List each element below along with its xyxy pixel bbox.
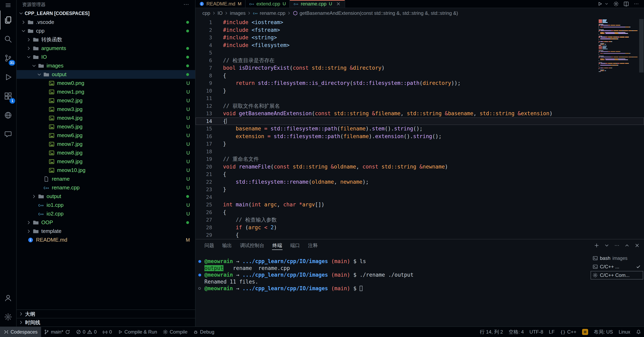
ports-indicator[interactable]: 0 bbox=[100, 327, 115, 337]
tree-file-rename.cpp[interactable]: C++rename.cppU bbox=[16, 183, 195, 192]
tree-file-meow2.jpg[interactable]: meow2.jpgU bbox=[16, 96, 195, 105]
panel-tab-端口[interactable]: 端口 bbox=[286, 239, 304, 251]
code-line[interactable]: 22 std::filesystem::rename(oldname, newn… bbox=[196, 178, 644, 186]
encoding[interactable]: UTF-8 bbox=[526, 327, 546, 337]
code-line[interactable]: 24 bbox=[196, 193, 644, 201]
tree-file-readme.md[interactable]: README.mdM bbox=[16, 235, 195, 244]
code-line[interactable]: 15 basename = std::filesystem::path(file… bbox=[196, 125, 644, 133]
workspace-section-header[interactable]: CPP_LEARN [CODESPACES] bbox=[16, 9, 195, 18]
timeline-section[interactable]: 时间线 bbox=[16, 318, 195, 326]
panel-tab-调试控制台[interactable]: 调试控制台 bbox=[236, 239, 268, 251]
tree-file-io2.cpp[interactable]: C++io2.cppU bbox=[16, 209, 195, 218]
tree-file-meow4.jpg[interactable]: meow4.jpgU bbox=[16, 114, 195, 122]
command-decoration[interactable] bbox=[198, 287, 201, 290]
terminal[interactable]: @meowrain → .../cpp_learn/cpp/IO/images … bbox=[196, 258, 590, 326]
activity-item-menu[interactable] bbox=[0, 0, 16, 11]
code-line[interactable]: 5 bbox=[196, 49, 644, 57]
activity-item-comments[interactable] bbox=[0, 125, 16, 144]
maximize-panel-icon[interactable] bbox=[624, 243, 630, 248]
eol[interactable]: LF bbox=[546, 327, 558, 337]
code-line[interactable]: 6// 检查目录是否存在 bbox=[196, 57, 644, 64]
tree-folder-output[interactable]: output bbox=[16, 70, 195, 79]
code-line[interactable]: 28 if (argc < 2) bbox=[196, 224, 644, 231]
os-indicator[interactable]: Linux bbox=[616, 327, 633, 337]
code-editor[interactable]: 1#include <iostream>2#include <fstream>3… bbox=[196, 18, 644, 239]
tree-folder-转换函数[interactable]: 转换函数 bbox=[16, 35, 195, 44]
split-editor-icon[interactable] bbox=[623, 1, 629, 7]
sidebar-more-icon[interactable] bbox=[183, 1, 190, 8]
tree-file-meow1.png[interactable]: meow1.pngU bbox=[16, 88, 195, 96]
activity-item-settings[interactable] bbox=[0, 307, 16, 326]
terminal-list-item-bash[interactable]: bashimages bbox=[590, 254, 643, 262]
panel-tab-注释[interactable]: 注释 bbox=[304, 239, 322, 251]
code-line[interactable]: 27 // 检查输入参数 bbox=[196, 216, 644, 224]
terminal-list-item-c-c++-...[interactable]: C/C++ ... bbox=[590, 262, 643, 271]
code-line[interactable]: 10} bbox=[196, 87, 644, 95]
code-line[interactable]: 2#include <fstream> bbox=[196, 26, 644, 34]
notifications[interactable] bbox=[633, 327, 644, 337]
terminal-profile-dropdown-icon[interactable] bbox=[604, 243, 610, 248]
breadcrumb-item-getbasenameandextension-[interactable]: getBasenameAndExtension(const std::strin… bbox=[293, 10, 458, 16]
code-line[interactable]: 17} bbox=[196, 140, 644, 148]
code-line[interactable]: 4#include <filesystem> bbox=[196, 42, 644, 49]
code-line[interactable]: 23} bbox=[196, 186, 644, 193]
tree-file-meow6.jpg[interactable]: meow6.jpgU bbox=[16, 131, 195, 140]
tree-file-io1.cpp[interactable]: C++io1.cppU bbox=[16, 201, 195, 209]
tree-file-meow7.jpg[interactable]: meow7.jpgU bbox=[16, 140, 195, 148]
more-actions-icon[interactable] bbox=[634, 1, 639, 7]
code-line[interactable]: 1#include <iostream> bbox=[196, 19, 644, 26]
command-decoration[interactable] bbox=[198, 260, 201, 263]
code-line[interactable]: 19// 重命名文件 bbox=[196, 155, 644, 163]
close-icon[interactable] bbox=[336, 1, 341, 7]
cursor-position[interactable]: 行 14, 列 2 bbox=[477, 327, 506, 337]
tree-folder-arguments[interactable]: arguments bbox=[16, 44, 195, 53]
breadcrumb-item-io[interactable]: IO bbox=[218, 10, 223, 16]
code-line[interactable]: 20void renameFile(const std::string &old… bbox=[196, 163, 644, 171]
code-line[interactable]: 8{ bbox=[196, 72, 644, 80]
code-line[interactable]: 21{ bbox=[196, 171, 644, 178]
remote-indicator[interactable]: Codespaces bbox=[0, 327, 41, 337]
new-terminal-icon[interactable] bbox=[594, 243, 600, 248]
breadcrumb-item-rename.cpp[interactable]: C++rename.cpp bbox=[253, 10, 285, 16]
tree-file-meow5.jpg[interactable]: meow5.jpgU bbox=[16, 122, 195, 131]
close-panel-icon[interactable] bbox=[634, 243, 640, 248]
indentation[interactable]: 空格: 4 bbox=[506, 327, 526, 337]
code-line[interactable]: 11 bbox=[196, 95, 644, 102]
panel-tab-终端[interactable]: 终端 bbox=[268, 239, 286, 251]
editor-scrollbar[interactable] bbox=[639, 18, 644, 239]
outline-section[interactable]: 大纲 bbox=[16, 309, 195, 318]
keyboard-layout[interactable]: 布局: US bbox=[591, 327, 616, 337]
tree-file-meow3.jpg[interactable]: meow3.jpgU bbox=[16, 105, 195, 114]
code-line[interactable]: 12// 获取文件名和扩展名 bbox=[196, 102, 644, 110]
run-dropdown-icon[interactable] bbox=[604, 2, 609, 6]
language-mode[interactable]: {} C++ bbox=[558, 327, 579, 337]
editor-gear-icon[interactable] bbox=[613, 1, 619, 7]
tab-extend.cpp[interactable]: C++extend.cppU bbox=[246, 0, 290, 8]
tree-folder-images[interactable]: images bbox=[16, 61, 195, 70]
panel-tab-输出[interactable]: 输出 bbox=[218, 239, 236, 251]
code-line[interactable]: 29 { bbox=[196, 231, 644, 239]
tree-folder-.vscode[interactable]: .vscode bbox=[16, 18, 195, 27]
run-button[interactable] bbox=[597, 1, 603, 7]
panel-tab-问题[interactable]: 问题 bbox=[200, 239, 218, 251]
code-line[interactable]: 7bool isDirectoryExist(const std::string… bbox=[196, 64, 644, 72]
code-line[interactable]: 16 extension = std::filesystem::path(fil… bbox=[196, 133, 644, 140]
activity-item-extensions[interactable]: 1 bbox=[0, 87, 16, 106]
compile-button[interactable]: Compile bbox=[160, 327, 190, 337]
compile-run-button[interactable]: Compile & Run bbox=[115, 327, 160, 337]
activity-item-remote-globe[interactable] bbox=[0, 106, 16, 125]
problems-indicator[interactable]: 0 0 bbox=[73, 327, 100, 337]
code-line[interactable]: 13void getBasenameAndExtension(const std… bbox=[196, 110, 644, 118]
panel-more-icon[interactable] bbox=[614, 243, 620, 248]
terminal-list-item-c-c++-com...[interactable]: C/C++ Com... bbox=[590, 271, 643, 279]
tree-file-meow10.jpg[interactable]: meow10.jpgU bbox=[16, 166, 195, 175]
tree-file-rename[interactable]: renameU bbox=[16, 175, 195, 183]
code-line[interactable]: 18 bbox=[196, 148, 644, 156]
activity-item-search[interactable] bbox=[0, 30, 16, 49]
activity-item-run-debug[interactable] bbox=[0, 68, 16, 87]
branch-indicator[interactable]: main* bbox=[41, 327, 73, 337]
tree-folder-oop[interactable]: OOP bbox=[16, 218, 195, 227]
activity-item-source-control[interactable]: 31 bbox=[0, 49, 16, 68]
tab-rename.cpp[interactable]: C++rename.cppU bbox=[290, 0, 345, 8]
breadcrumb-item-cpp[interactable]: cpp bbox=[202, 10, 210, 16]
